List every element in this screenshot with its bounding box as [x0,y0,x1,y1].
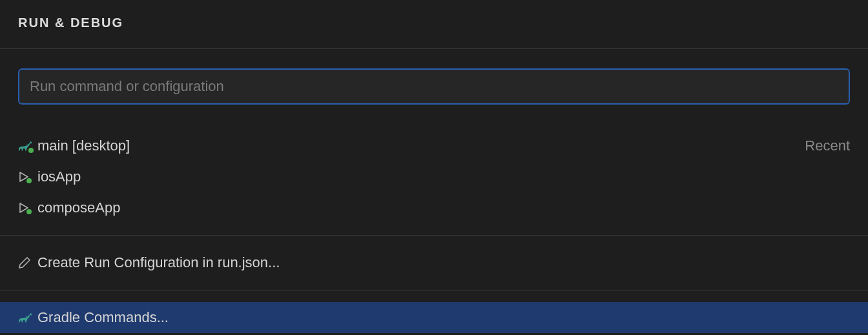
run-config-label: iosApp [37,168,850,185]
run-config-label: main [desktop] [37,137,805,154]
search-container [0,49,868,105]
run-config-label: composeApp [37,199,850,216]
run-config-composeapp[interactable]: composeApp [0,192,868,223]
run-config-iosapp[interactable]: iosApp [0,161,868,192]
gradle-commands-item[interactable]: Gradle Commands... [0,302,868,333]
panel-title: RUN & DEBUG [18,15,850,30]
create-run-config-label: Create Run Configuration in run.json... [37,254,850,271]
play-icon [18,171,37,183]
gradle-icon [18,312,37,323]
create-run-configuration-item[interactable]: Create Run Configuration in run.json... [0,247,868,278]
recent-hint: Recent [805,137,850,154]
run-command-input[interactable] [18,68,850,105]
play-icon [18,202,37,214]
pencil-icon [18,256,37,269]
panel-header: RUN & DEBUG [0,0,868,49]
list-divider [0,235,868,236]
gradle-commands-label: Gradle Commands... [37,309,850,326]
list-divider [0,290,868,290]
run-config-main-desktop[interactable]: main [desktop] Recent [0,130,868,161]
configurations-list: main [desktop] Recent iosApp composeApp [0,105,868,333]
gradle-icon [18,140,37,152]
